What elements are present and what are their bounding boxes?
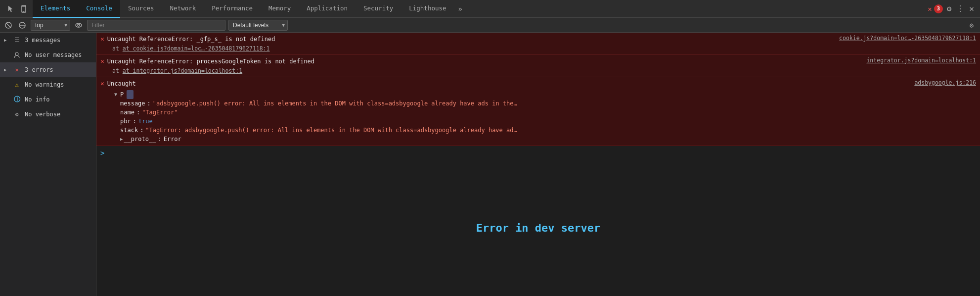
error-circle-icon: ✕	[13, 66, 21, 74]
proto-expand-arrow[interactable]: ▶	[120, 135, 123, 144]
errors-expand-arrow: ▶	[4, 67, 9, 72]
messages-expand-arrow: ▶	[4, 38, 9, 43]
dev-server-error-text: Error in dev server	[476, 222, 601, 234]
prop-pbr-key: pbr	[120, 117, 131, 126]
tab-performance[interactable]: Performance	[204, 0, 261, 18]
error-entry-2: ✕ Uncaught ReferenceError: processGoogle…	[96, 55, 980, 77]
tab-application[interactable]: Application	[299, 0, 356, 18]
sidebar-item-errors[interactable]: ▶ ✕ 3 errors	[0, 62, 96, 77]
prop-message-colon: :	[147, 99, 151, 108]
prop-pbr-colon: :	[133, 117, 136, 126]
more-tabs-button[interactable]: »	[454, 5, 466, 13]
svg-line-5	[6, 23, 11, 28]
cursor-icon[interactable]	[6, 4, 16, 14]
console-toolbar: top ▼ Default levels Verbose Info Warnin…	[0, 18, 980, 33]
info-icon: ⓘ	[13, 96, 21, 103]
error-2-message: Uncaught ReferenceError: processGoogleTo…	[107, 57, 854, 66]
prop-stack-colon: :	[140, 126, 143, 135]
sidebar-item-verbose[interactable]: ▶ ⚙ No verbose	[0, 107, 96, 122]
error-3-source[interactable]: adsbygoogle.js:216	[904, 79, 976, 86]
error-3-line: ✕ Uncaught adsbygoogle.js:216	[100, 79, 976, 88]
main-layout: ▶ ☰ 3 messages ▶ No user messages ▶ ✕ 3 …	[0, 33, 980, 296]
eye-icon[interactable]	[73, 20, 84, 31]
prop-pbr-value: true	[138, 117, 153, 126]
context-select[interactable]: top	[31, 20, 70, 31]
levels-select[interactable]: Default levels Verbose Info Warnings Err…	[228, 20, 288, 31]
prop-pbr-line: pbr : true	[114, 117, 976, 126]
tab-network[interactable]: Network	[162, 0, 204, 18]
error-3-obj-box	[127, 90, 134, 99]
prop-stack-line: stack : "TagError: adsbygoogle.push() er…	[114, 126, 976, 135]
messages-icon: ☰	[13, 36, 21, 44]
tab-console[interactable]: Console	[78, 0, 120, 18]
svg-point-8	[76, 23, 82, 27]
verbose-icon: ⚙	[13, 110, 21, 118]
console-output: ✕ Uncaught ReferenceError: _gfp_s_ is no…	[96, 33, 980, 296]
dev-server-error-banner: Error in dev server	[96, 160, 980, 296]
prop-message-line: message : "adsbygoogle.push() error: All…	[114, 99, 976, 108]
prop-proto-colon: :	[158, 135, 161, 144]
prop-proto-line: ▶ __proto__ : Error	[114, 135, 976, 144]
error-2-icon: ✕	[100, 57, 104, 65]
tab-elements[interactable]: Elements	[33, 0, 78, 18]
error-2-source[interactable]: integrator.js?domain=localhost:1	[856, 57, 976, 64]
sidebar-item-messages[interactable]: ▶ ☰ 3 messages	[0, 33, 96, 48]
sidebar-item-info[interactable]: ▶ ⓘ No info	[0, 92, 96, 107]
error-1-subline: at at cookie.js?domain=loc…-263504817962…	[100, 45, 976, 52]
prop-message-key: message	[120, 99, 145, 108]
tab-bar-settings: ⚙ ⋮ ✕	[947, 4, 974, 13]
error-3-expand-toggle[interactable]: ▼	[114, 90, 117, 99]
settings-icon[interactable]: ⚙	[947, 4, 952, 13]
prop-name-line: name : "TagError"	[114, 108, 976, 117]
console-sidebar: ▶ ☰ 3 messages ▶ No user messages ▶ ✕ 3 …	[0, 33, 96, 296]
toolbar-left: top ▼ Default levels Verbose Info Warnin…	[3, 20, 288, 31]
levels-select-wrapper[interactable]: Default levels Verbose Info Warnings Err…	[228, 20, 288, 31]
error-3-message: Uncaught	[107, 79, 902, 88]
console-settings-icon[interactable]: ⚙	[966, 20, 977, 31]
filter-input[interactable]	[87, 20, 225, 31]
error-2-subline-link[interactable]: at integrator.js?domain=localhost:1	[123, 67, 242, 74]
tab-bar-right: ✕ 3 ⚙ ⋮ ✕	[928, 4, 978, 13]
block-icon[interactable]	[17, 20, 28, 31]
error-count-badge: 3	[934, 4, 943, 13]
sidebar-item-user-messages[interactable]: ▶ No user messages	[0, 48, 96, 62]
console-prompt-line: >	[96, 146, 980, 160]
error-1-subline-link[interactable]: at cookie.js?domain=loc…-263504817962711…	[123, 45, 270, 52]
prop-stack-key: stack	[120, 126, 138, 135]
tab-lighthouse[interactable]: Lighthouse	[401, 0, 454, 18]
prompt-symbol: >	[100, 149, 104, 157]
error-3-icon: ✕	[100, 80, 104, 87]
prop-message-value: "adsbygoogle.push() error: All ins eleme…	[153, 99, 517, 108]
error-2-line: ✕ Uncaught ReferenceError: processGoogle…	[100, 57, 976, 66]
close-devtools-icon[interactable]: ✕	[969, 4, 974, 13]
svg-point-3	[23, 11, 24, 12]
tab-memory[interactable]: Memory	[261, 0, 299, 18]
prop-stack-value: "TagError: adsbygoogle.push() error: All…	[145, 126, 517, 135]
prop-name-colon: :	[136, 108, 140, 117]
prop-name-value: "TagError"	[142, 108, 178, 117]
toolbar-right: ⚙	[966, 20, 977, 31]
prop-name-key: name	[120, 108, 134, 117]
error-1-source[interactable]: cookie.js?domain=loc…-2635048179627118:1	[829, 35, 976, 42]
error-entry-3: ✕ Uncaught adsbygoogle.js:216 ▼ P messag…	[96, 77, 980, 146]
error-1-line: ✕ Uncaught ReferenceError: _gfp_s_ is no…	[100, 35, 976, 44]
error-x-icon: ✕	[928, 5, 932, 13]
error-1-icon: ✕	[100, 35, 104, 43]
tab-security[interactable]: Security	[356, 0, 401, 18]
error-3-expanded: ▼ P message : "adsbygoogle.push() error:…	[100, 89, 976, 144]
error-badge-container[interactable]: ✕ 3	[928, 4, 942, 13]
mobile-icon[interactable]	[19, 4, 29, 14]
prop-proto-value: Error	[164, 135, 181, 144]
error-3-obj-label: P	[120, 90, 124, 99]
sidebar-item-warnings[interactable]: ▶ ⚠ No warnings	[0, 77, 96, 92]
user-icon	[13, 51, 21, 59]
clear-console-icon[interactable]	[3, 20, 14, 31]
tab-sources[interactable]: Sources	[120, 0, 162, 18]
context-select-wrapper[interactable]: top ▼	[31, 20, 70, 31]
error-2-subline: at at integrator.js?domain=localhost:1	[100, 67, 976, 75]
more-options-icon[interactable]: ⋮	[956, 4, 964, 13]
error-3-obj-line: ▼ P	[114, 90, 976, 99]
tab-bar: Elements Console Sources Network Perform…	[0, 0, 980, 18]
error-1-message: Uncaught ReferenceError: _gfp_s_ is not …	[107, 35, 826, 44]
warning-icon: ⚠	[13, 81, 21, 89]
